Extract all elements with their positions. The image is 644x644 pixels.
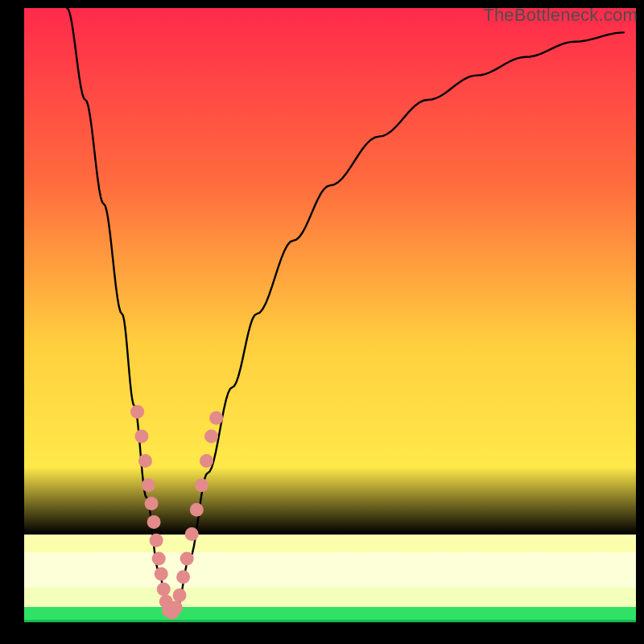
marker-dot (157, 583, 171, 597)
pale-band (24, 552, 636, 588)
bottom-black (24, 622, 636, 636)
marker-dot (130, 405, 144, 419)
marker-dot (155, 568, 168, 581)
marker-dot (200, 454, 213, 468)
gradient-background (24, 8, 636, 620)
marker-dot (204, 430, 218, 444)
marker-dot (150, 534, 163, 547)
yellow-strip (24, 588, 636, 607)
marker-dot (195, 478, 208, 492)
bottleneck-chart (24, 8, 636, 636)
marker-dot (145, 497, 159, 510)
chart-frame (24, 8, 636, 636)
marker-dot (147, 515, 161, 529)
marker-dot (185, 527, 199, 541)
marker-dot (180, 552, 194, 566)
marker-dot (173, 588, 187, 602)
green-band (24, 607, 636, 621)
marker-dot (169, 601, 183, 614)
green-edge (24, 620, 636, 622)
marker-dot (142, 478, 155, 492)
watermark-text: TheBottleneck.com (483, 5, 638, 26)
marker-dot (176, 570, 190, 584)
marker-dot (190, 503, 204, 517)
marker-dot (209, 411, 223, 425)
marker-dot (138, 454, 152, 468)
marker-dot (134, 430, 148, 444)
marker-dot (152, 552, 166, 566)
